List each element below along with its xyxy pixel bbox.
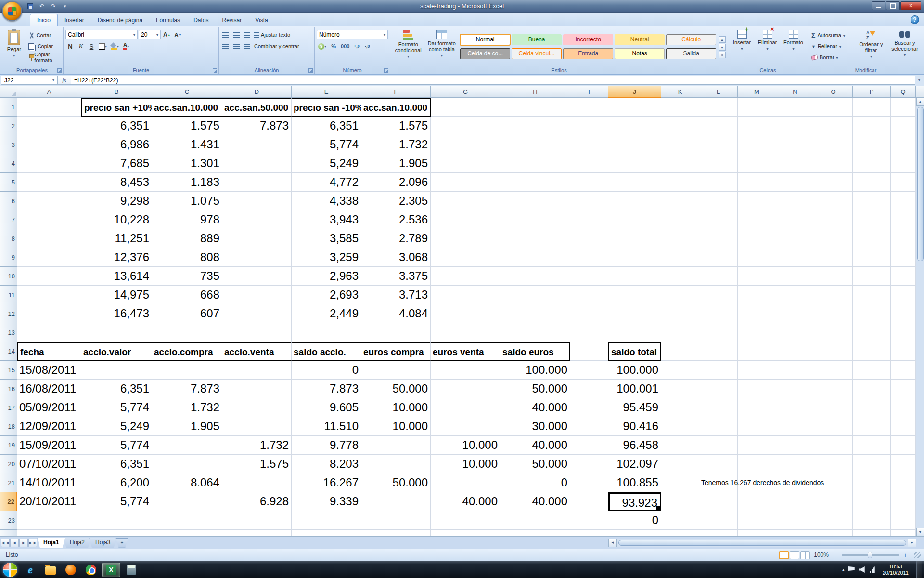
cell-L18[interactable]	[699, 417, 738, 436]
cell-C18[interactable]: 1.905	[152, 417, 222, 436]
cell-G4[interactable]	[431, 154, 500, 173]
cell-P14[interactable]	[853, 342, 891, 361]
cell-L1[interactable]	[699, 98, 738, 117]
column-header-F[interactable]: F	[361, 86, 431, 98]
find-select-dropdown-icon[interactable]	[904, 53, 906, 58]
office-button[interactable]	[2, 1, 22, 21]
cell-N23[interactable]	[776, 511, 814, 530]
cell-A14[interactable]: fecha	[17, 342, 81, 361]
column-header-M[interactable]: M	[738, 86, 776, 98]
cell-E15[interactable]: 0	[292, 361, 361, 380]
cell-M16[interactable]	[738, 380, 776, 398]
cell-M22[interactable]	[738, 492, 776, 511]
cell-I1[interactable]	[570, 98, 608, 117]
cell-P12[interactable]	[853, 304, 891, 323]
zoom-thumb[interactable]	[868, 552, 872, 558]
cell-C6[interactable]: 1.075	[152, 192, 222, 210]
cell-M6[interactable]	[738, 192, 776, 210]
cell-D3[interactable]	[222, 135, 292, 154]
cell-I3[interactable]	[570, 135, 608, 154]
cell-C11[interactable]: 668	[152, 286, 222, 304]
cell-D11[interactable]	[222, 286, 292, 304]
conditional-formatting-dropdown-icon[interactable]	[407, 54, 409, 60]
cell-I6[interactable]	[570, 192, 608, 210]
show-desktop-button[interactable]	[916, 561, 922, 578]
cell-C8[interactable]: 889	[152, 229, 222, 248]
gallery-down-icon[interactable]: ▼	[719, 44, 726, 51]
tab-inicio[interactable]: Inicio	[30, 14, 58, 26]
cell-M8[interactable]	[738, 229, 776, 248]
cell-K14[interactable]	[661, 342, 699, 361]
cell-L2[interactable]	[699, 117, 738, 135]
cell-E13[interactable]	[292, 323, 361, 342]
cell-style-salida[interactable]: Salida	[666, 48, 716, 59]
cell-G18[interactable]	[431, 417, 500, 436]
fill-color-button[interactable]: ▾	[109, 41, 120, 51]
cell-L6[interactable]	[699, 192, 738, 210]
cell-C21[interactable]: 8.064	[152, 473, 222, 492]
cell-C23[interactable]	[152, 511, 222, 530]
taskbar-item-internet-explorer[interactable]	[21, 563, 39, 577]
select-all-corner[interactable]	[0, 86, 17, 98]
cell-C10[interactable]: 735	[152, 267, 222, 286]
cell-G14[interactable]: euros venta	[431, 342, 500, 361]
cell-D14[interactable]: accio.venta	[222, 342, 292, 361]
cell-M23[interactable]	[738, 511, 776, 530]
cell-B5[interactable]: 8,453	[81, 173, 152, 192]
cell-L16[interactable]	[699, 380, 738, 398]
cell-E2[interactable]: 6,351	[292, 117, 361, 135]
cell-L3[interactable]	[699, 135, 738, 154]
cell-B2[interactable]: 6,351	[81, 117, 152, 135]
vertical-scroll-thumb[interactable]	[917, 107, 924, 261]
cell-M1[interactable]	[738, 98, 776, 117]
row-header-24[interactable]: 24	[0, 530, 17, 536]
cell-K1[interactable]	[661, 98, 699, 117]
cell-M17[interactable]	[738, 398, 776, 417]
cell-I24[interactable]	[570, 530, 608, 536]
tab-insertar[interactable]: Insertar	[58, 14, 91, 26]
cell-N2[interactable]	[776, 117, 814, 135]
cell-E24[interactable]	[292, 530, 361, 536]
cell-F21[interactable]: 50.000	[361, 473, 431, 492]
cell-P21[interactable]	[853, 473, 891, 492]
cell-E5[interactable]: 4,772	[292, 173, 361, 192]
cell-G2[interactable]	[431, 117, 500, 135]
cell-N14[interactable]	[776, 342, 814, 361]
gallery-more-icon[interactable]: ≡	[719, 52, 726, 58]
cell-E4[interactable]: 5,249	[292, 154, 361, 173]
cell-B3[interactable]: 6,986	[81, 135, 152, 154]
cell-A4[interactable]	[17, 154, 81, 173]
cell-G1[interactable]	[431, 98, 500, 117]
column-header-Q[interactable]: Q	[891, 86, 916, 98]
cell-H11[interactable]	[500, 286, 570, 304]
scroll-left-icon[interactable]: ◄	[609, 539, 617, 547]
vertical-scrollbar[interactable]: ▲ ▼	[916, 98, 924, 536]
cell-A20[interactable]: 07/10/2011	[17, 455, 81, 473]
cell-D20[interactable]: 1.575	[222, 455, 292, 473]
cell-L14[interactable]	[699, 342, 738, 361]
cell-M14[interactable]	[738, 342, 776, 361]
cell-M11[interactable]	[738, 286, 776, 304]
cell-Q9[interactable]	[891, 248, 916, 267]
tab-revisar[interactable]: Revisar	[215, 14, 248, 26]
cell-C9[interactable]: 808	[152, 248, 222, 267]
cell-M2[interactable]	[738, 117, 776, 135]
cell-A22[interactable]: 20/10/2011	[17, 492, 81, 511]
sort-filter-dropdown-icon[interactable]	[870, 54, 872, 60]
cell-H5[interactable]	[500, 173, 570, 192]
cell-B22[interactable]: 5,774	[81, 492, 152, 511]
cell-J16[interactable]: 100.001	[608, 380, 661, 398]
numero-dialog-launcher[interactable]	[384, 68, 388, 73]
cell-I22[interactable]	[570, 492, 608, 511]
cell-O18[interactable]	[814, 417, 853, 436]
cell-G24[interactable]	[431, 530, 500, 536]
cell-H8[interactable]	[500, 229, 570, 248]
cell-Q2[interactable]	[891, 117, 916, 135]
cell-I23[interactable]	[570, 511, 608, 530]
gallery-up-icon[interactable]: ▲	[719, 36, 726, 43]
cell-N10[interactable]	[776, 267, 814, 286]
cell-H20[interactable]: 50.000	[500, 455, 570, 473]
cell-O5[interactable]	[814, 173, 853, 192]
cell-J9[interactable]	[608, 248, 661, 267]
cell-L5[interactable]	[699, 173, 738, 192]
